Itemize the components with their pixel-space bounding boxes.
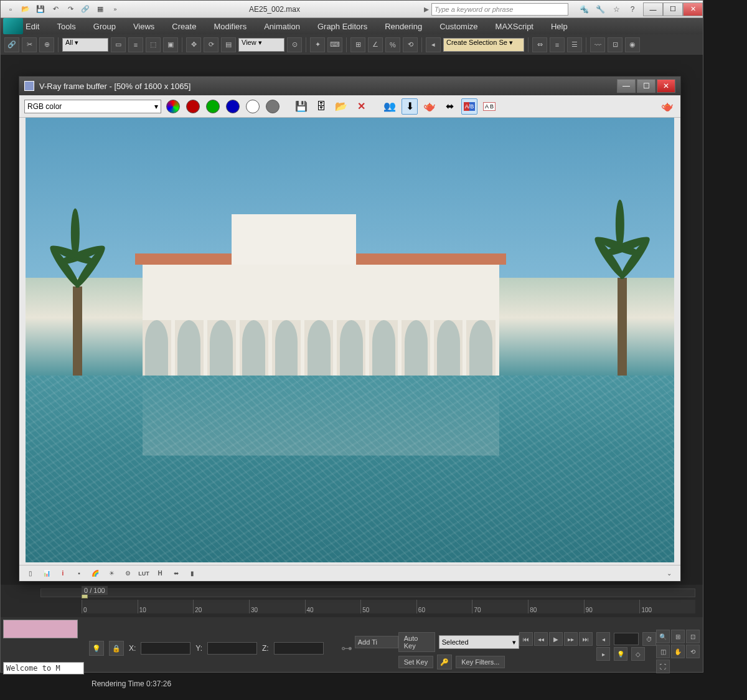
open-icon[interactable]: 📂 [19,3,32,16]
project-icon[interactable]: ▦ [94,3,106,16]
exposure-icon[interactable]: ☀ [105,567,118,580]
manipulate-icon[interactable]: ✦ [310,37,325,52]
hue-icon[interactable]: H [154,567,166,580]
snap-toggle-icon[interactable]: ⊞ [350,37,365,52]
prev-frame-icon[interactable]: ◂◂ [534,632,548,646]
selection-filter-dropdown[interactable]: All ▾ [62,38,108,52]
select-name-icon[interactable]: ≡ [128,37,143,52]
prev-key-icon[interactable]: ◂ [596,632,610,646]
menu-create[interactable]: Create [172,22,196,31]
clear-image-icon[interactable]: ✕ [353,98,369,115]
menu-tools[interactable]: Tools [57,22,75,31]
blue-channel-icon[interactable] [225,98,241,115]
render-output-image[interactable] [26,118,674,562]
key-mode-dropdown[interactable]: Selected▾ [439,635,520,649]
orbit-icon[interactable]: ⟲ [686,645,700,658]
wrench-icon[interactable]: 🔧 [594,4,606,15]
vfb-maximize-button[interactable]: ☐ [637,79,655,93]
pivot-icon[interactable]: ⊙ [287,37,302,52]
undo-icon[interactable]: ↶ [49,3,62,16]
percent-snap-icon[interactable]: % [385,37,400,52]
load-image-icon[interactable]: 📂 [333,98,349,115]
next-frame-icon[interactable]: ▸▸ [564,632,578,646]
history-icon[interactable]: A B [481,98,497,115]
named-sel-prev-icon[interactable]: ◂ [426,37,441,52]
menu-views[interactable]: Views [133,22,154,31]
vfb-minimize-button[interactable]: — [617,79,636,93]
duplicate-icon[interactable]: 👥 [382,98,398,115]
qat-more-icon[interactable]: » [109,3,121,16]
goto-start-icon[interactable]: ⏮ [519,632,533,646]
goto-end-icon[interactable]: ⏭ [579,632,593,646]
lut-icon[interactable]: LUT [138,567,150,580]
select-link-icon[interactable]: 🔗 [4,37,19,52]
alpha-channel-icon[interactable] [245,98,261,115]
search-go-icon[interactable]: ▸ [424,3,429,15]
vfb-title-bar[interactable]: V-Ray frame buffer - [50% of 1600 x 1065… [19,77,680,95]
menu-customize[interactable]: Customize [439,22,477,31]
frame-ruler[interactable]: 0 10 20 30 40 50 60 70 80 90 100 [82,600,695,613]
star-icon[interactable]: ☆ [611,4,622,15]
time-config-icon[interactable]: ⏱ [642,632,656,646]
menu-animation[interactable]: Animation [264,22,300,31]
rgb-channel-icon[interactable] [165,98,181,115]
pan-icon[interactable]: ✋ [671,645,685,658]
menu-graph-editors[interactable]: Graph Editors [317,22,367,31]
layer-icon[interactable]: ☰ [567,37,582,52]
set-key-button[interactable]: Set Key [398,656,434,668]
spinner-snap-icon[interactable]: ⟲ [403,37,418,52]
time-slider-track[interactable] [40,589,695,597]
pixel-info-icon[interactable]: ▪ [73,567,85,580]
curve-icon[interactable]: 🌈 [89,567,101,580]
vfb-close-button[interactable]: ✕ [657,79,675,93]
menu-maxscript[interactable]: MAXScript [496,22,533,31]
lock-icon[interactable]: 💡 [89,641,104,656]
compare-ab-icon[interactable]: A/B [461,98,477,115]
vray-logo-icon[interactable]: 🫖 [659,98,675,115]
help-icon[interactable]: ? [627,4,638,15]
unlink-icon[interactable]: ✂ [22,37,37,52]
fov-icon[interactable]: ◫ [656,645,670,658]
align-icon[interactable]: ≡ [550,37,565,52]
keyboard-shortcut-icon[interactable]: ⌨ [327,37,342,52]
help-search-input[interactable]: Type a keyword or phrase [431,3,568,16]
save-all-icon[interactable]: 🗄 [313,98,329,115]
isolate-icon[interactable]: 💡 [614,647,627,661]
named-selection-dropdown[interactable]: Create Selection Se ▾ [443,38,524,52]
minimize-button[interactable]: — [643,2,663,16]
move-icon[interactable]: ✥ [186,37,201,52]
expand-history-icon[interactable]: ⌄ [663,567,675,580]
color-corrections-icon[interactable]: ▯ [24,567,37,580]
scale-icon[interactable]: ▤ [221,37,236,52]
mirror-icon[interactable]: ⇔ [532,37,547,52]
levels-icon[interactable]: 📊 [40,567,53,580]
schematic-icon[interactable]: ⊡ [608,37,622,52]
key-tag-icon[interactable]: 🔑 [437,655,452,669]
track-mouse-icon[interactable]: ⬇ [402,98,418,115]
play-icon[interactable]: ▶ [549,632,563,646]
save-image-icon[interactable]: 💾 [293,98,309,115]
menu-help[interactable]: Help [551,22,568,31]
info-icon[interactable]: i [57,567,69,580]
window-crossing-icon[interactable]: ▣ [163,37,178,52]
close-button[interactable]: ✕ [683,2,703,16]
link-icon[interactable]: 🔗 [79,3,92,16]
maximize-viewport-icon[interactable]: ⛶ [656,660,670,673]
add-time-button[interactable]: Add Ti [355,636,398,648]
rectangle-select-icon[interactable]: ⬚ [146,37,161,52]
script-listener[interactable] [3,620,78,638]
bind-icon[interactable]: ⊕ [39,37,54,52]
save-icon[interactable]: 💾 [34,3,47,16]
x-input[interactable] [141,642,190,655]
select-object-icon[interactable]: ▭ [111,37,126,52]
curve-editor-icon[interactable]: 〰 [590,37,605,52]
material-editor-icon[interactable]: ◉ [625,37,640,52]
current-frame-input[interactable] [614,633,639,645]
maximize-button[interactable]: ☐ [663,2,683,16]
rotate-icon[interactable]: ⟳ [204,37,218,52]
menu-rendering[interactable]: Rendering [385,22,422,31]
xview-icon[interactable]: ◇ [631,647,645,661]
white-balance-icon[interactable]: ⚙ [121,567,134,580]
y-input[interactable] [207,642,257,655]
menu-edit[interactable]: Edit [26,22,39,31]
